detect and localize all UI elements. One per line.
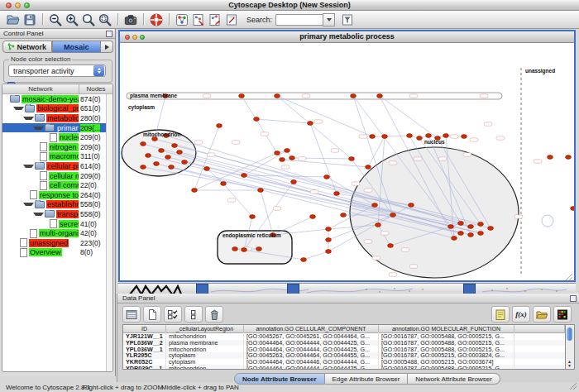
network-node[interactable]: [382, 135, 388, 139]
network-node[interactable]: [566, 155, 572, 160]
network-node[interactable]: [458, 222, 464, 226]
open-session-button[interactable]: [5, 12, 22, 28]
network-edge[interactable]: [244, 151, 287, 175]
tree-scrollbar[interactable]: [106, 94, 112, 371]
network-node[interactable]: [334, 192, 340, 196]
network-node[interactable]: [324, 175, 330, 179]
network-node[interactable]: [372, 203, 378, 208]
select-attributes-button[interactable]: [164, 306, 182, 323]
network-node[interactable]: [310, 215, 316, 219]
tree-row[interactable]: response to stimulu264(0): [2, 190, 112, 200]
minimize-view-button[interactable]: [132, 35, 137, 40]
network-node[interactable]: [468, 233, 474, 237]
tree-row[interactable]: multi-organism pro42(0): [2, 228, 112, 238]
annotation-button[interactable]: [223, 12, 240, 28]
search-dropdown-button[interactable]: [323, 13, 335, 26]
network-node[interactable]: [239, 94, 245, 98]
network-node[interactable]: [341, 213, 347, 218]
delete-attributes-button[interactable]: [205, 306, 223, 323]
search-input[interactable]: [275, 14, 323, 26]
network-node[interactable]: [417, 136, 423, 141]
network-node[interactable]: [182, 160, 188, 165]
show-attributes-button[interactable]: [122, 306, 141, 323]
tree-row[interactable]: nitrogen compo209(0): [2, 142, 112, 152]
network-node[interactable]: [443, 134, 449, 138]
view-resize-grip-icon[interactable]: [566, 274, 572, 280]
snapshot-button[interactable]: [122, 12, 139, 28]
create-attribute-button[interactable]: [143, 306, 161, 323]
network-node[interactable]: [548, 155, 553, 160]
network-node[interactable]: [301, 258, 307, 262]
network-node[interactable]: [192, 189, 198, 193]
zoom-out-button[interactable]: [47, 12, 64, 28]
network-edge[interactable]: [242, 96, 277, 153]
network-node[interactable]: [407, 134, 413, 138]
float-panel-icon[interactable]: [570, 295, 577, 302]
network-node[interactable]: [291, 180, 297, 184]
network-node[interactable]: [290, 156, 295, 160]
scrollbar-thumb[interactable]: [567, 327, 572, 341]
network-self-loop[interactable]: [542, 215, 553, 227]
tree-row[interactable]: metabolic process280(0): [2, 113, 112, 123]
network-node[interactable]: [308, 122, 313, 126]
tree-row[interactable]: establishment of lo558(0): [2, 200, 112, 210]
network-node[interactable]: [390, 213, 396, 218]
table-column-header[interactable]: _cellularLayoutRegion: [166, 325, 244, 332]
zoom-view-button[interactable]: [140, 35, 145, 40]
table-column-header[interactable]: ID: [123, 325, 166, 332]
network-node[interactable]: [217, 124, 223, 128]
expander-icon[interactable]: [23, 165, 34, 168]
network-node[interactable]: [488, 227, 494, 231]
tree-row[interactable]: Overview8(0): [2, 248, 112, 258]
network-node[interactable]: [159, 149, 165, 153]
network-node[interactable]: [326, 250, 332, 254]
help-button[interactable]: [148, 12, 165, 28]
network-node[interactable]: [478, 222, 484, 227]
network-node[interactable]: [280, 158, 285, 162]
resize-grip-icon[interactable]: [569, 382, 577, 390]
table-column-header[interactable]: annotation.GO CELLULAR_COMPONENT: [244, 325, 379, 332]
network-node[interactable]: [351, 94, 356, 98]
network-node[interactable]: [146, 154, 151, 158]
network-node[interactable]: [141, 142, 146, 146]
network-node[interactable]: [169, 165, 175, 170]
network-node[interactable]: [204, 167, 210, 171]
table-row[interactable]: YDR039C__1mitochondrion[GO:0044464, GO:0…: [123, 365, 565, 370]
network-window-titlebar[interactable]: primary metabolic process: [120, 31, 574, 43]
tab-overflow-button[interactable]: [101, 41, 113, 53]
network-node[interactable]: [172, 144, 178, 148]
column-header-nodes[interactable]: Nodes: [79, 84, 112, 93]
network-node[interactable]: [250, 215, 256, 219]
network-node[interactable]: [448, 225, 454, 229]
network-node[interactable]: [275, 94, 280, 98]
tree-row[interactable]: secretion41(0): [2, 219, 112, 229]
network-node[interactable]: [571, 207, 574, 211]
tab-network[interactable]: Network: [2, 41, 52, 53]
expander-icon[interactable]: [23, 117, 34, 120]
float-panel-icon[interactable]: [106, 31, 112, 37]
network-node[interactable]: [462, 135, 467, 139]
network-node[interactable]: [388, 244, 394, 248]
network-node[interactable]: [177, 151, 183, 155]
annotation-note-button[interactable]: [491, 306, 510, 323]
column-header-network[interactable]: Network: [2, 84, 79, 93]
unselect-attributes-button[interactable]: [184, 306, 203, 323]
scrollbar-arrows-icon[interactable]: ▲▼: [567, 360, 572, 368]
heatmap-button[interactable]: [553, 306, 572, 323]
network-node[interactable]: [275, 151, 280, 155]
close-view-button[interactable]: [125, 35, 130, 40]
network-node[interactable]: [458, 232, 464, 236]
expander-icon[interactable]: [33, 213, 44, 216]
network-node[interactable]: [349, 157, 355, 161]
search-configure-button[interactable]: [339, 12, 356, 28]
network-node[interactable]: [256, 247, 262, 251]
table-column-header[interactable]: annotation.GO MOLECULAR_FUNCTION: [379, 325, 514, 332]
network-node[interactable]: [326, 238, 332, 242]
tree-row[interactable]: cellular process614(0): [2, 161, 112, 171]
tree-row[interactable]: unassigned223(0): [2, 238, 112, 248]
network-node[interactable]: [254, 117, 260, 122]
network-edge[interactable]: [385, 136, 409, 136]
network-node[interactable]: [152, 137, 158, 141]
stacked-windows-strip[interactable]: [118, 283, 576, 294]
network-node[interactable]: [258, 189, 264, 193]
